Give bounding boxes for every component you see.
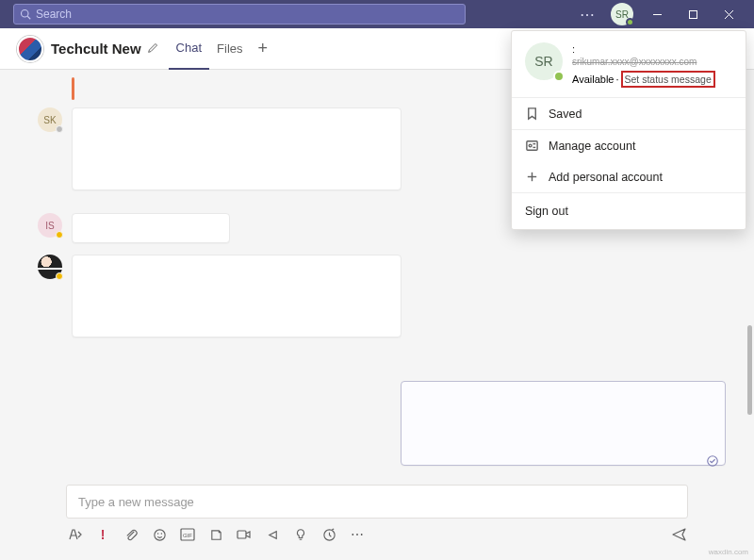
message-bubble[interactable]	[72, 255, 402, 338]
avatar-initials: SK	[43, 115, 56, 125]
status-text[interactable]: Available	[572, 73, 614, 86]
search-box[interactable]	[13, 4, 466, 25]
gif-icon: GIF	[180, 528, 195, 541]
title-bar: ⋯ SR	[0, 0, 754, 28]
avatar-initials: SR	[615, 9, 629, 20]
search-input[interactable]	[36, 8, 459, 21]
presence-dot-offline	[56, 125, 63, 133]
compose-input[interactable]	[66, 485, 688, 519]
outgoing-message	[401, 381, 726, 466]
close-button[interactable]	[711, 0, 746, 28]
format-icon	[67, 527, 82, 542]
video-icon	[237, 528, 252, 541]
message-bubble[interactable]	[401, 381, 726, 466]
sender-avatar	[38, 255, 62, 279]
avatar-initials: IS	[45, 221, 54, 231]
tab-files[interactable]: Files	[209, 28, 250, 70]
sticker-button[interactable]	[207, 526, 224, 543]
send-button[interactable]	[671, 526, 688, 543]
set-status-message-link[interactable]: Set status message	[621, 71, 715, 88]
edit-name-button[interactable]	[147, 41, 159, 58]
manage-account-icon	[525, 139, 539, 153]
read-receipt-icon	[705, 453, 720, 469]
maximize-button[interactable]	[675, 0, 711, 28]
pencil-icon	[147, 41, 159, 54]
bookmark-icon	[525, 107, 539, 121]
profile-avatar: SR	[525, 42, 563, 80]
presence-dot-away	[56, 231, 63, 239]
compose-area: ! GIF ⋯	[66, 485, 688, 543]
sender-avatar: IS	[38, 213, 62, 238]
message-row	[38, 255, 728, 338]
scrollbar-thumb[interactable]	[747, 325, 752, 415]
add-account-button[interactable]: Add personal account	[512, 161, 746, 192]
svg-point-13	[154, 529, 164, 539]
profile-header: SR : srikumar.xxxx@xxxxxxxx.com Availabl…	[512, 31, 746, 97]
attach-button[interactable]	[123, 526, 139, 543]
emoji-button[interactable]	[151, 526, 168, 543]
chat-avatar	[17, 36, 43, 62]
meet-now-button[interactable]	[236, 526, 253, 543]
sender-avatar: SK	[38, 107, 62, 132]
stream-icon	[266, 528, 280, 542]
unread-divider	[72, 77, 74, 100]
add-tab-button[interactable]: +	[251, 39, 276, 58]
minimize-button[interactable]	[639, 0, 675, 28]
profile-email: srikumar.xxxx@xxxxxxxx.com	[572, 56, 732, 69]
svg-rect-18	[238, 531, 246, 538]
presence-dot-available	[626, 18, 634, 26]
bulb-icon	[294, 528, 307, 541]
plus-icon	[525, 170, 539, 184]
sticker-icon	[209, 528, 223, 542]
profile-panel: SR : srikumar.xxxx@xxxxxxxx.com Availabl…	[511, 30, 746, 230]
presence-dot-away	[56, 272, 63, 280]
svg-point-8	[529, 144, 532, 147]
message-bubble[interactable]	[72, 107, 402, 190]
more-compose-button[interactable]: ⋯	[349, 526, 366, 543]
svg-text:GIF: GIF	[183, 533, 192, 538]
manage-account-label: Manage account	[549, 140, 635, 153]
svg-point-15	[160, 533, 162, 535]
schedule-button[interactable]	[320, 526, 337, 543]
sign-out-button[interactable]: Sign out	[512, 193, 746, 229]
saved-button[interactable]: Saved	[512, 98, 746, 129]
clock-icon	[322, 528, 336, 542]
priority-button[interactable]: !	[94, 526, 111, 543]
manage-account-button[interactable]: Manage account	[512, 130, 746, 161]
compose-toolbar: ! GIF ⋯	[66, 526, 688, 543]
approvals-button[interactable]	[292, 526, 309, 543]
more-options-button[interactable]: ⋯	[569, 0, 605, 28]
add-account-label: Add personal account	[549, 171, 663, 184]
profile-avatar-button[interactable]: SR	[611, 3, 633, 25]
svg-rect-3	[689, 10, 697, 18]
tab-chat[interactable]: Chat	[169, 28, 209, 70]
svg-point-6	[708, 456, 718, 467]
send-icon	[671, 526, 688, 543]
emoji-icon	[153, 528, 167, 542]
svg-point-14	[156, 533, 158, 535]
search-icon	[20, 8, 31, 20]
chat-title: Techcult New	[51, 41, 141, 57]
stream-button[interactable]	[264, 526, 281, 543]
message-bubble[interactable]	[72, 213, 230, 243]
watermark: waxdin.com	[709, 548, 748, 556]
avatar-initials: SR	[534, 54, 552, 69]
svg-line-1	[27, 16, 30, 19]
paperclip-icon	[124, 528, 139, 542]
presence-dot-available	[553, 71, 565, 82]
svg-point-0	[22, 10, 29, 18]
format-button[interactable]	[66, 526, 83, 543]
saved-label: Saved	[549, 107, 582, 121]
gif-button[interactable]: GIF	[179, 526, 196, 543]
